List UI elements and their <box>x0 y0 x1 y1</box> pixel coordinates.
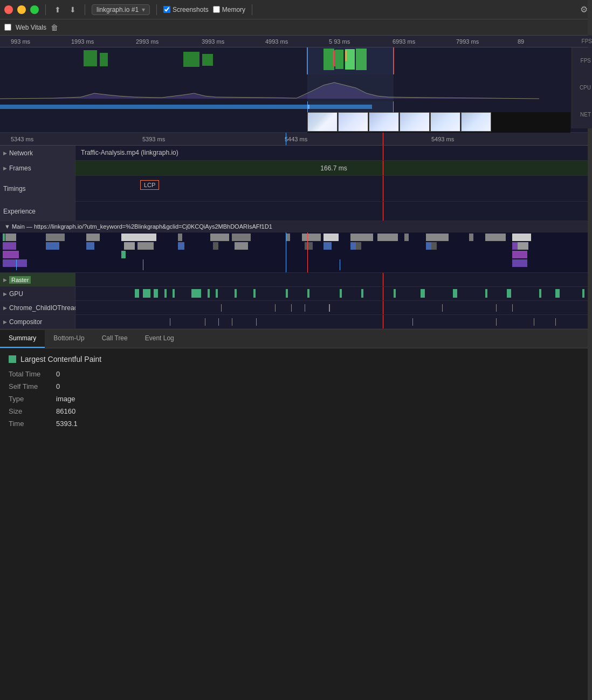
svg-rect-52 <box>512 251 527 258</box>
chevron-down-icon: ▾ <box>142 6 145 13</box>
svg-rect-28 <box>46 242 59 250</box>
frames-duration: 166.7 ms <box>320 164 347 172</box>
expand-icon: ▶ <box>3 150 7 156</box>
svg-rect-84 <box>275 304 276 312</box>
frames-track-label[interactable]: ▶ Frames <box>0 161 75 175</box>
svg-rect-26 <box>235 242 248 250</box>
event-color-indicator <box>9 355 16 363</box>
svg-rect-98 <box>496 318 497 326</box>
svg-rect-36 <box>305 242 313 250</box>
svg-rect-64 <box>173 289 175 298</box>
overview-area: 993 ms 1993 ms 2993 ms 3993 ms 4993 ms 5… <box>0 36 592 133</box>
experience-track-label[interactable]: Experience <box>0 202 75 221</box>
svg-rect-10 <box>307 47 394 74</box>
svg-rect-90 <box>512 304 513 312</box>
screenshots-toggle[interactable]: Screenshots <box>163 6 209 13</box>
svg-rect-37 <box>323 234 339 241</box>
clear-button[interactable] <box>30 5 39 14</box>
svg-rect-53 <box>3 259 27 267</box>
compositor-track-label[interactable]: ▶ Compositor <box>0 315 75 328</box>
web-vitals-bar: Web Vitals 🗑 <box>0 19 592 36</box>
self-time-row: Self Time 0 <box>9 382 583 390</box>
time-label-2993: 2993 ms <box>136 38 159 45</box>
frames-label-text: Frames <box>9 164 31 172</box>
experience-track-content <box>75 202 592 221</box>
svg-rect-77 <box>485 289 487 298</box>
svg-rect-81 <box>582 289 584 298</box>
svg-rect-29 <box>86 242 94 250</box>
tab-summary[interactable]: Summary <box>0 330 45 348</box>
main-thread-url: https://linkgraph.io/?utm_keyword=%2Blin… <box>34 223 272 230</box>
svg-rect-54 <box>512 259 527 267</box>
network-track-content: Traffic-Analysis.mp4 (linkgraph.io) <box>75 146 592 160</box>
tab-event-log[interactable]: Event Log <box>136 330 183 348</box>
svg-rect-75 <box>421 289 425 298</box>
network-track-label[interactable]: ▶ Network <box>0 146 75 160</box>
time-label-89: 89 <box>518 38 524 45</box>
download-icon[interactable]: ⬇ <box>67 4 78 15</box>
svg-rect-85 <box>291 304 292 312</box>
gpu-track-label[interactable]: ▶ GPU <box>0 287 75 300</box>
reload-button[interactable] <box>17 5 26 14</box>
screenshot-thumb[interactable] <box>400 112 430 132</box>
web-vitals-checkbox[interactable] <box>4 24 11 31</box>
svg-rect-59 <box>286 232 286 272</box>
screenshots-checkbox[interactable] <box>163 6 170 13</box>
memory-checkbox[interactable] <box>213 6 220 13</box>
screenshot-thumb[interactable] <box>307 112 338 132</box>
frames-expand-icon: ▶ <box>3 166 7 171</box>
zoom-label-5393: 5393 ms <box>142 136 165 142</box>
tab-call-tree[interactable]: Call Tree <box>93 330 136 348</box>
svg-rect-57 <box>340 259 340 270</box>
time-label-3993: 3993 ms <box>202 38 224 45</box>
memory-label: Memory <box>222 6 245 13</box>
svg-rect-15 <box>46 234 65 241</box>
size-key: Size <box>9 407 52 415</box>
zoomed-timeline: 5343 ms 5393 ms 5443 ms 5493 ms ▶ Networ… <box>0 133 592 329</box>
time-label-1993: 1993 ms <box>71 38 94 45</box>
svg-rect-100 <box>555 318 556 326</box>
compositor-label-text: Compositor <box>9 318 42 326</box>
type-value: image <box>56 395 75 403</box>
screenshots-label: Screenshots <box>173 6 209 13</box>
net-side-label: NET <box>580 101 591 128</box>
size-row: Size 86160 <box>9 407 583 415</box>
screenshot-thumb[interactable] <box>461 112 491 132</box>
fps-label: FPS <box>582 36 592 47</box>
svg-rect-82 <box>383 287 383 300</box>
raster-cursor <box>383 273 383 286</box>
playhead-line <box>286 133 286 145</box>
memory-toggle[interactable]: Memory <box>213 6 245 13</box>
net-overview <box>0 101 570 112</box>
timings-track-label[interactable]: Timings <box>0 176 75 201</box>
raster-track-label[interactable]: ▶ Raster <box>0 273 75 286</box>
svg-rect-35 <box>302 234 321 241</box>
childio-track-label[interactable]: ▶ Chrome_ChildIOThread <box>0 301 75 314</box>
time-value: 5393.1 <box>56 420 78 428</box>
gear-icon[interactable]: ⚙ <box>580 4 588 15</box>
screenshot-thumb[interactable] <box>338 112 368 132</box>
svg-rect-79 <box>539 289 541 298</box>
svg-rect-25 <box>232 234 251 241</box>
upload-icon[interactable]: ⬆ <box>52 4 63 15</box>
tab-bottom-up[interactable]: Bottom-Up <box>45 330 93 348</box>
lcp-marker[interactable]: LCP <box>140 180 159 190</box>
svg-rect-89 <box>496 304 497 312</box>
event-title-row: Largest Contentful Paint <box>9 355 583 363</box>
experience-cursor <box>383 202 383 221</box>
raster-label-text: Raster <box>9 276 31 284</box>
svg-rect-56 <box>143 259 143 270</box>
tab-title[interactable]: linkgraph.io #1 ▾ <box>92 4 150 15</box>
svg-rect-17 <box>86 234 100 241</box>
svg-rect-14 <box>5 234 16 241</box>
screenshot-thumb[interactable] <box>369 112 399 132</box>
svg-rect-76 <box>453 289 457 298</box>
svg-rect-1 <box>100 53 108 66</box>
stop-button[interactable] <box>4 5 13 14</box>
childio-label-text: Chrome_ChildIOThread <box>9 304 78 312</box>
main-thread-header: ▼ Main — https://linkgraph.io/?utm_keywo… <box>0 221 592 232</box>
trash-icon[interactable]: 🗑 <box>51 23 58 32</box>
svg-rect-23 <box>210 234 229 241</box>
screenshot-thumb[interactable] <box>430 112 460 132</box>
timings-track-content: LCP <box>75 176 592 201</box>
